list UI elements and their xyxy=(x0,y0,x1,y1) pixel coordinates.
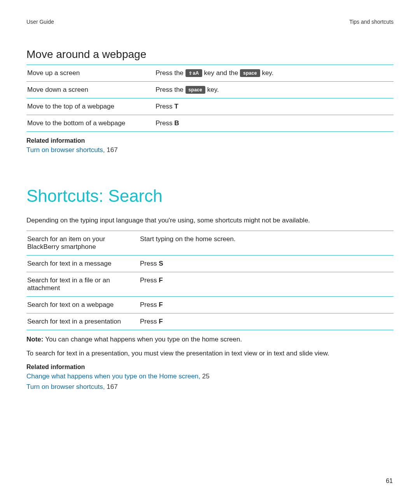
section1-table: Move up a screen Press the ⇧aA key and t… xyxy=(26,65,394,132)
action-cell: Search for an item on your BlackBerry sm… xyxy=(26,231,139,256)
link-turn-on-browser-shortcuts[interactable]: Turn on browser shortcuts, xyxy=(26,146,105,154)
action-cell: Move up a screen xyxy=(26,65,155,82)
space-key-icon: space xyxy=(186,86,206,94)
action-cell: Search for text in a message xyxy=(26,256,139,272)
action-cell: Search for text in a presentation xyxy=(26,313,139,330)
section2-table: Search for an item on your BlackBerry sm… xyxy=(26,231,394,330)
note-paragraph: Note: You can change what happens when y… xyxy=(26,336,394,343)
action-cell: Move down a screen xyxy=(26,82,155,98)
extra-paragraph: To search for text in a presentation, yo… xyxy=(26,350,394,357)
space-key-icon: space xyxy=(240,69,260,77)
note-label: Note: xyxy=(26,336,45,343)
page-number: 61 xyxy=(386,478,393,485)
table-row: Move to the top of a webpage Press T xyxy=(26,98,394,115)
action-cell: Search for text on a webpage xyxy=(26,297,139,313)
instruction-cell: Start typing on the home screen. xyxy=(139,231,394,256)
section1-title: Move around a webpage xyxy=(26,48,394,61)
instruction-cell: Press S xyxy=(139,256,394,272)
instruction-cell: Press F xyxy=(139,313,394,330)
table-row: Move to the bottom of a webpage Press B xyxy=(26,115,394,132)
instruction-cell: Press T xyxy=(155,98,394,115)
instruction-cell: Press F xyxy=(139,297,394,313)
link-change-home-typing[interactable]: Change what happens when you type on the… xyxy=(26,373,200,380)
running-header: User Guide Tips and shortcuts xyxy=(26,19,394,25)
related-links: Change what happens when you type on the… xyxy=(26,371,394,392)
table-row: Move down a screen Press the space key. xyxy=(26,82,394,98)
action-cell: Move to the bottom of a webpage xyxy=(26,115,155,132)
section2-title: Shortcuts: Search xyxy=(26,186,394,206)
instruction-cell: Press the space key. xyxy=(155,82,394,98)
table-row: Search for text in a file or an attachme… xyxy=(26,272,394,297)
action-cell: Search for text in a file or an attachme… xyxy=(26,272,139,297)
link-turn-on-browser-shortcuts[interactable]: Turn on browser shortcuts, xyxy=(26,383,105,390)
header-right: Tips and shortcuts xyxy=(349,19,394,25)
action-cell: Move to the top of a webpage xyxy=(26,98,155,115)
instruction-cell: Press F xyxy=(139,272,394,297)
section2-intro: Depending on the typing input language t… xyxy=(26,217,394,224)
table-row: Search for text in a presentation Press … xyxy=(26,313,394,330)
instruction-cell: Press B xyxy=(155,115,394,132)
related-links: Turn on browser shortcuts, 167 xyxy=(26,145,394,155)
table-row: Search for text on a webpage Press F xyxy=(26,297,394,313)
instruction-cell: Press the ⇧aA key and the space key. xyxy=(155,65,394,82)
related-info-heading: Related information xyxy=(26,137,394,144)
table-row: Search for an item on your BlackBerry sm… xyxy=(26,231,394,256)
shift-key-icon: ⇧aA xyxy=(186,69,202,77)
table-row: Move up a screen Press the ⇧aA key and t… xyxy=(26,65,394,82)
related-info-heading: Related information xyxy=(26,364,394,371)
table-row: Search for text in a message Press S xyxy=(26,256,394,272)
header-left: User Guide xyxy=(26,19,54,25)
